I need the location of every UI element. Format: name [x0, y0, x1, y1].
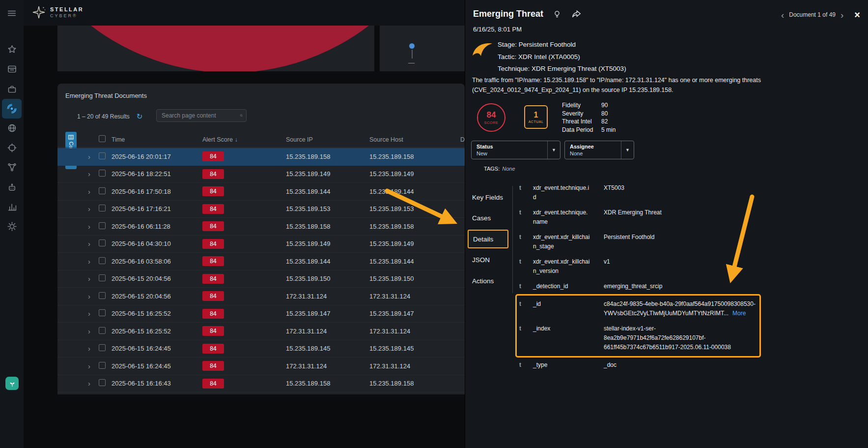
- row-checkbox[interactable]: [99, 152, 106, 159]
- table-row[interactable]: › 2025-06-16 17:16:21 84 15.235.189.153 …: [57, 201, 465, 218]
- target-icon[interactable]: [2, 138, 22, 157]
- table-row[interactable]: › 2025-06-16 17:50:18 84 15.235.189.144 …: [57, 183, 465, 201]
- row-checkbox[interactable]: [99, 309, 106, 316]
- status-dropdown[interactable]: Status New ▼: [471, 141, 560, 159]
- row-source-host: 15.235.189.149: [369, 240, 460, 247]
- globe-icon[interactable]: [2, 118, 22, 138]
- settings-icon[interactable]: [2, 216, 22, 236]
- table-row[interactable]: › 2025-06-15 16:24:45 84 15.235.189.145 …: [57, 340, 465, 358]
- row-checkbox[interactable]: [99, 379, 106, 386]
- row-checkbox[interactable]: [99, 239, 106, 246]
- assistant-icon[interactable]: [5, 377, 19, 390]
- alert-score-badge: 84: [202, 361, 224, 371]
- row-expand-chevron[interactable]: ›: [88, 170, 99, 178]
- table-row[interactable]: › 2025-06-16 06:11:28 84 15.235.189.158 …: [57, 218, 465, 236]
- field-row: t _index stellar-index-v1-ser-8ea2b9e797…: [519, 321, 756, 355]
- row-expand-chevron[interactable]: ›: [88, 379, 99, 388]
- table-row[interactable]: › 2025-06-15 20:04:56 84 15.235.189.150 …: [57, 270, 465, 288]
- menu-icon[interactable]: [2, 3, 22, 23]
- slider-card: —: [380, 26, 465, 71]
- header-time[interactable]: Time: [112, 136, 202, 143]
- table-row[interactable]: › 2025-06-16 03:58:06 84 15.235.189.144 …: [57, 253, 465, 270]
- row-expand-chevron[interactable]: ›: [88, 274, 99, 283]
- stat-value: 80: [601, 110, 608, 117]
- correlation-icon[interactable]: [2, 157, 22, 177]
- header-source-ip[interactable]: Source IP: [286, 136, 369, 143]
- more-link[interactable]: More: [732, 310, 746, 317]
- row-expand-chevron[interactable]: ›: [88, 239, 99, 248]
- table-row[interactable]: › 2025-06-15 16:25:52 84 15.235.189.147 …: [57, 305, 465, 323]
- field-value: _doc: [604, 360, 756, 370]
- row-checkbox[interactable]: [99, 344, 106, 351]
- row-expand-chevron[interactable]: ›: [88, 257, 99, 266]
- tactic-line: Tactic: XDR Intel (XTA0005): [498, 51, 626, 63]
- header-source-host[interactable]: Source Host: [369, 136, 460, 143]
- row-expand-chevron[interactable]: ›: [88, 187, 99, 196]
- row-time: 2025-06-15 16:24:45: [112, 362, 202, 370]
- table-row[interactable]: › 2025-06-15 16:25:52 84 172.31.31.124 1…: [57, 323, 465, 340]
- row-checkbox[interactable]: [99, 292, 106, 299]
- results-count: 1 – 20 of 49 Results: [77, 113, 130, 120]
- row-checkbox[interactable]: [99, 274, 106, 281]
- row-expand-chevron[interactable]: ›: [88, 309, 99, 318]
- table-row[interactable]: › 2025-06-16 18:22:51 84 15.235.189.149 …: [57, 166, 465, 183]
- row-expand-chevron[interactable]: ›: [88, 362, 99, 370]
- search-icon: [240, 111, 243, 120]
- next-document-chevron[interactable]: ›: [840, 10, 843, 20]
- assignee-dropdown[interactable]: Assignee None ▼: [564, 141, 634, 159]
- row-expand-chevron[interactable]: ›: [88, 222, 99, 231]
- row-checkbox[interactable]: [99, 170, 106, 177]
- row-expand-chevron[interactable]: ›: [88, 327, 99, 335]
- table-row[interactable]: › 2025-06-16 20:01:17 84 15.235.189.158 …: [57, 148, 465, 166]
- table-row[interactable]: › 2025-06-15 20:04:56 84 172.31.31.124 1…: [57, 288, 465, 305]
- row-checkbox[interactable]: [99, 257, 106, 264]
- table-row[interactable]: › 2025-06-15 16:24:45 84 172.31.31.124 1…: [57, 358, 465, 375]
- automation-icon[interactable]: [2, 178, 22, 197]
- zoom-out-icon[interactable]: —: [408, 59, 415, 66]
- stat-label: Severity: [562, 110, 601, 117]
- cases-icon[interactable]: [2, 79, 22, 99]
- dashboard-icon[interactable]: [2, 59, 22, 79]
- favorites-icon[interactable]: [2, 39, 22, 59]
- close-icon[interactable]: ×: [854, 10, 860, 20]
- detail-tab[interactable]: Details: [468, 230, 508, 248]
- detail-tab[interactable]: Actions: [465, 270, 512, 292]
- row-source-ip: 15.235.189.145: [286, 345, 369, 352]
- row-checkbox[interactable]: [99, 362, 106, 369]
- status-dropdown-value: New: [476, 150, 547, 156]
- search-input[interactable]: [157, 110, 240, 121]
- row-checkbox[interactable]: [99, 187, 106, 194]
- reports-icon[interactable]: [2, 197, 22, 216]
- header-destination-partial[interactable]: D: [460, 136, 465, 143]
- row-checkbox[interactable]: [99, 222, 106, 229]
- detail-tab[interactable]: Key Fields: [465, 187, 512, 208]
- detections-icon[interactable]: [2, 99, 22, 119]
- detail-tab[interactable]: JSON: [465, 250, 512, 271]
- row-checkbox[interactable]: [99, 205, 106, 211]
- row-expand-chevron[interactable]: ›: [88, 152, 99, 161]
- row-source-ip: 15.235.189.147: [286, 310, 369, 317]
- detail-timestamp: 6/16/25, 8:01 PM: [473, 26, 522, 33]
- row-source-ip: 15.235.189.149: [286, 240, 369, 247]
- field-name: xdr_event.xdr_killchain_stage: [533, 233, 591, 251]
- field-row: t xdr_event.xdr_killchain_version v1: [519, 254, 767, 279]
- zoom-slider-handle[interactable]: [409, 43, 415, 49]
- detail-tab[interactable]: Cases: [465, 208, 512, 229]
- refresh-icon[interactable]: ↻: [137, 112, 143, 121]
- detail-description: The traffic from "IP/name: 15.235.189.15…: [472, 75, 861, 95]
- row-time: 2025-06-16 17:16:21: [112, 205, 202, 212]
- insight-bulb-icon[interactable]: [552, 9, 562, 19]
- row-expand-chevron[interactable]: ›: [88, 344, 99, 353]
- row-checkbox[interactable]: [99, 327, 106, 334]
- row-expand-chevron[interactable]: ›: [88, 292, 99, 300]
- select-all-checkbox[interactable]: [99, 135, 106, 142]
- row-time: 2025-06-16 06:11:28: [112, 223, 202, 230]
- prev-document-chevron[interactable]: ‹: [781, 10, 784, 20]
- field-name: _index: [533, 324, 591, 352]
- table-row[interactable]: › 2025-06-15 16:16:43 84 15.235.189.158 …: [57, 375, 465, 393]
- topbar: STELLAR CYBER®: [24, 0, 465, 26]
- header-alert-score[interactable]: Alert Score↓: [202, 136, 286, 143]
- table-row[interactable]: › 2025-06-16 04:30:10 84 15.235.189.149 …: [57, 236, 465, 253]
- share-icon[interactable]: [571, 9, 582, 19]
- row-expand-chevron[interactable]: ›: [88, 205, 99, 213]
